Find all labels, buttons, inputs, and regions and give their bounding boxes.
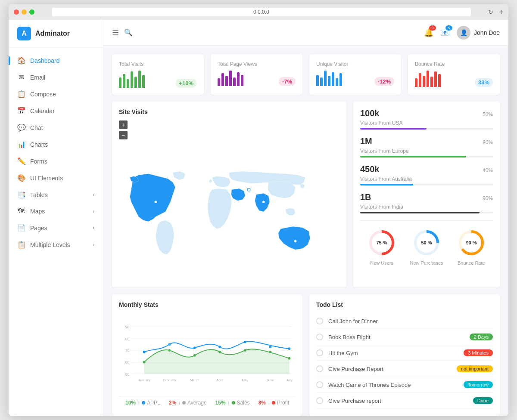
sidebar-item-multiple-levels[interactable]: 📋 Multiple Levels › bbox=[9, 236, 103, 253]
donut-svg-bounce-rate: 90 % bbox=[456, 228, 486, 258]
legend-appl: 10% ↑ APPL bbox=[125, 400, 160, 406]
donut-label: Bounce Rate bbox=[458, 260, 485, 266]
legend-dot bbox=[182, 401, 186, 405]
bar bbox=[233, 77, 236, 86]
pin-australia bbox=[294, 240, 297, 243]
messages-button[interactable]: 📧 5 bbox=[440, 28, 450, 37]
uk bbox=[209, 179, 212, 183]
todo-checkbox[interactable] bbox=[316, 334, 323, 340]
sidebar-item-forms[interactable]: ✏️ Forms bbox=[9, 153, 103, 170]
bar bbox=[218, 78, 220, 86]
donut-bounce-rate: 90 % Bounce Rate bbox=[456, 228, 486, 266]
visitors-card: 100k 50% Visitors From USA 1M 80% bbox=[353, 102, 500, 287]
todo-item: Give Purchase Report not important bbox=[316, 361, 493, 377]
browser-window: 0.0.0.0 ↻ + A Adminator 🏠 Dashboard ✉ Em… bbox=[9, 4, 508, 416]
sidebar-item-tables[interactable]: 📑 Tables › bbox=[9, 186, 103, 203]
svg-point-35 bbox=[193, 354, 196, 357]
russia bbox=[229, 171, 305, 185]
legend-pct: 15% bbox=[215, 400, 226, 406]
visitor-count: 100k bbox=[360, 108, 380, 118]
stat-body: -12% bbox=[316, 71, 394, 86]
reload-icon[interactable]: ↻ bbox=[488, 9, 493, 15]
sidebar-item-label: Email bbox=[30, 74, 45, 81]
progress-bar bbox=[360, 156, 493, 158]
visitor-pct: 40% bbox=[483, 167, 493, 173]
sidebar-item-pages[interactable]: 📄 Pages › bbox=[9, 219, 103, 236]
sidebar-nav: 🏠 Dashboard ✉ Email 📋 Compose 📅 Calendar… bbox=[9, 48, 103, 416]
sidebar-item-label: Chat bbox=[30, 124, 43, 131]
minimize-dot[interactable] bbox=[22, 9, 27, 15]
svg-text:February: February bbox=[163, 378, 176, 382]
australia bbox=[278, 226, 310, 250]
legend-dot bbox=[232, 401, 235, 405]
bar bbox=[423, 76, 425, 87]
svg-text:60: 60 bbox=[125, 360, 130, 364]
svg-point-27 bbox=[168, 343, 171, 346]
sidebar-item-chat[interactable]: 💬 Chat bbox=[9, 119, 103, 136]
legend-arrow-down: ↓ bbox=[178, 400, 181, 406]
tables-arrow: › bbox=[93, 192, 94, 197]
map-zoom-in-button[interactable]: + bbox=[119, 120, 128, 129]
forms-icon: ✏️ bbox=[17, 157, 25, 165]
sidebar-item-maps[interactable]: 🗺 Maps › bbox=[9, 203, 103, 219]
map-zoom-out-button[interactable]: − bbox=[119, 131, 128, 139]
sidebar-item-dashboard[interactable]: 🏠 Dashboard bbox=[9, 52, 103, 69]
stat-change: 33% bbox=[475, 78, 493, 87]
sidebar-item-compose[interactable]: 📋 Compose bbox=[9, 86, 103, 102]
app-name: Adminator bbox=[35, 30, 70, 37]
sidebar-item-charts[interactable]: 📊 Charts bbox=[9, 136, 103, 153]
todo-item: Watch Game of Thrones Episode Tomorrow bbox=[316, 377, 493, 393]
monthly-stats-card: Monthly Stats 90 bbox=[112, 294, 302, 416]
todo-checkbox[interactable] bbox=[316, 318, 323, 324]
stat-body: -7% bbox=[218, 71, 296, 86]
visitor-label: Visitors From Europe bbox=[360, 148, 493, 154]
legend-arrow-up: ↑ bbox=[137, 400, 140, 406]
visitor-india: 1B 90% Visitors From India bbox=[360, 192, 493, 213]
svg-point-31 bbox=[269, 346, 272, 348]
bottom-row: Monthly Stats 90 bbox=[112, 294, 500, 416]
svg-text:July: July bbox=[286, 378, 292, 382]
svg-point-28 bbox=[193, 346, 196, 349]
east-asia bbox=[268, 181, 296, 198]
todo-text: Book Boss Flight bbox=[328, 334, 470, 340]
close-dot[interactable] bbox=[14, 9, 19, 15]
site-visits-card: Site Visits + − bbox=[112, 102, 346, 287]
todo-checkbox[interactable] bbox=[316, 365, 323, 372]
sidebar-item-label: Multiple Levels bbox=[30, 241, 70, 248]
todo-checkbox[interactable] bbox=[316, 381, 323, 388]
sidebar-item-ui-elements[interactable]: 🎨 UI Elements bbox=[9, 170, 103, 186]
visitor-header: 1B 90% bbox=[360, 192, 493, 202]
bar bbox=[328, 76, 330, 86]
fullscreen-dot[interactable] bbox=[29, 9, 34, 15]
search-button[interactable]: 🔍 bbox=[124, 28, 133, 37]
todo-title: Todo List bbox=[316, 301, 493, 308]
legend-arrow-up: ↑ bbox=[227, 400, 230, 406]
notifications-button[interactable]: 🔔 9 bbox=[424, 28, 433, 37]
browser-url[interactable]: 0.0.0.0 bbox=[52, 8, 471, 16]
todo-checkbox[interactable] bbox=[316, 397, 323, 404]
middle-east bbox=[231, 188, 245, 201]
donut-new-purchases: 50 % New Purchases bbox=[410, 228, 443, 266]
sidebar-item-label: Forms bbox=[30, 158, 47, 165]
todo-checkbox[interactable] bbox=[316, 349, 323, 356]
maps-arrow: › bbox=[93, 209, 94, 214]
site-visits-title: Site Visits bbox=[119, 108, 339, 115]
stat-bars bbox=[218, 71, 243, 86]
user-name: John Doe bbox=[474, 29, 500, 36]
stat-card-total-visits: Total Visits +10% bbox=[112, 54, 204, 95]
se-asia bbox=[286, 208, 296, 215]
calendar-icon: 📅 bbox=[17, 107, 25, 115]
user-menu[interactable]: 👤 John Doe bbox=[457, 26, 500, 40]
sidebar-item-email[interactable]: ✉ Email bbox=[9, 69, 103, 86]
menu-toggle-button[interactable]: ☰ bbox=[112, 28, 119, 37]
bar bbox=[434, 71, 437, 87]
main-area: ☰ 🔍 🔔 9 📧 5 👤 John Doe bbox=[103, 20, 508, 416]
new-tab-button[interactable]: + bbox=[499, 8, 503, 16]
map-controls: + − bbox=[119, 120, 339, 139]
sidebar-item-label: Pages bbox=[30, 225, 47, 232]
sidebar-item-label: Calendar bbox=[30, 108, 55, 114]
donut-svg-new-purchases: 50 % bbox=[411, 228, 442, 258]
sidebar-item-calendar[interactable]: 📅 Calendar bbox=[9, 102, 103, 119]
legend-label: Sales bbox=[237, 400, 250, 406]
legend-label: Average bbox=[187, 400, 206, 406]
